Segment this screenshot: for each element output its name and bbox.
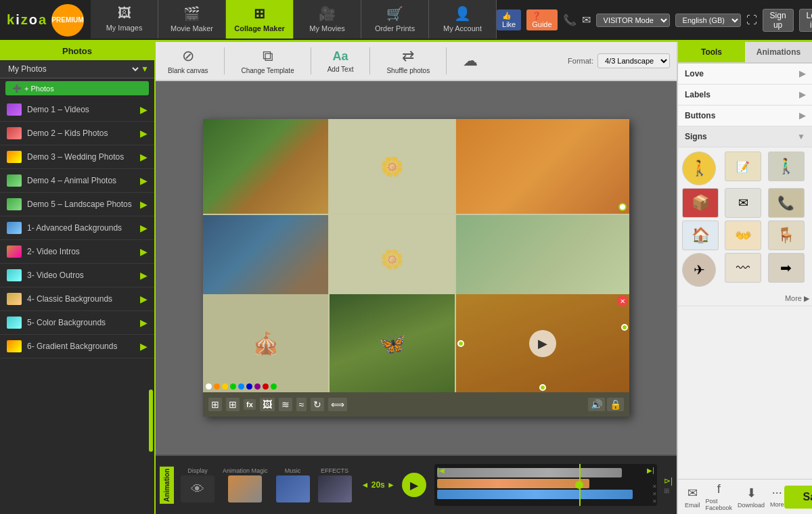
- sign-box[interactable]: 📦: [682, 188, 719, 218]
- color-dot-blue[interactable]: [238, 383, 244, 390]
- sidebar-item-video-outros[interactable]: 3- Video Outros ▶: [0, 264, 154, 287]
- scroll-up[interactable]: ✕: [652, 484, 657, 490]
- sign-arrow[interactable]: ➡: [768, 253, 805, 283]
- timeline-row-2[interactable]: [437, 479, 589, 488]
- section-signs[interactable]: Signs ▼: [678, 126, 812, 147]
- tab-animations[interactable]: Animations: [745, 42, 812, 62]
- color-dot-green2[interactable]: [271, 383, 277, 390]
- collage-cell-landscape[interactable]: [203, 215, 328, 303]
- timeline-row-1[interactable]: [437, 468, 622, 477]
- facebook-like-btn[interactable]: 👍 Like: [497, 9, 521, 30]
- mosaic-tool-btn[interactable]: ⊞: [208, 398, 222, 411]
- sidebar-item-demo4[interactable]: Demo 4 – Animal Photos ▶: [0, 169, 154, 193]
- filter-btn[interactable]: ≋: [279, 398, 292, 411]
- language-select[interactable]: English (GB): [675, 14, 741, 27]
- more-share-btn[interactable]: ··· More: [770, 486, 784, 508]
- resize-handle-right[interactable]: [621, 324, 628, 331]
- sign-hiker[interactable]: 🚶‍♂️: [768, 151, 805, 181]
- filter2-btn[interactable]: ≈: [296, 398, 307, 411]
- tab-my-account[interactable]: 👤 My Account: [429, 0, 497, 39]
- play-button[interactable]: ▶: [402, 473, 426, 497]
- timeline-skip-end[interactable]: ⊳|: [664, 476, 673, 486]
- guide-btn[interactable]: ❓ Guide: [526, 9, 557, 30]
- video-play-btn[interactable]: ▶: [529, 330, 556, 357]
- color-dot-darkblue[interactable]: [246, 383, 252, 390]
- collage-cell-daisy[interactable]: 🌼: [330, 119, 455, 214]
- blank-canvas-btn[interactable]: ⊘ Blank canvas: [162, 45, 213, 77]
- section-buttons[interactable]: Buttons ▶: [678, 106, 812, 126]
- volume-btn[interactable]: 🔊: [588, 398, 605, 411]
- tab-tools[interactable]: Tools: [678, 42, 745, 62]
- sidebar-item-demo3[interactable]: Demo 3 – Wedding Photos ▶: [0, 145, 154, 169]
- music-thumb[interactable]: [276, 475, 310, 503]
- tab-collage-maker[interactable]: ⊞ Collage Maker: [226, 0, 294, 39]
- color-dot-orange[interactable]: [214, 383, 220, 390]
- tab-my-movies[interactable]: 🎥 My Movies: [294, 0, 361, 39]
- visitor-mode-select[interactable]: VISITOR Mode: [596, 14, 670, 27]
- sidebar-item-classic[interactable]: 4- Classic Backgrounds ▶: [0, 287, 154, 311]
- lock-btn[interactable]: 🔒: [607, 398, 624, 411]
- color-dot-green[interactable]: [230, 383, 236, 390]
- sidebar-scroll-thumb[interactable]: [149, 390, 153, 452]
- tab-order-prints[interactable]: 🛒 Order Prints: [361, 0, 429, 39]
- resize-handle-left[interactable]: [457, 340, 464, 347]
- sidebar-item-demo5[interactable]: Demo 5 – Landscape Photos ▶: [0, 193, 154, 216]
- format-select[interactable]: 4/3 Landscape: [597, 53, 670, 68]
- collage-cell-sheep[interactable]: [456, 215, 629, 303]
- add-photos-btn[interactable]: ➕ + Photos: [5, 81, 149, 95]
- grid-tool-btn[interactable]: ⊞: [226, 398, 240, 411]
- garland-cell[interactable]: 🎪: [203, 294, 328, 392]
- save-button[interactable]: Save: [784, 486, 812, 509]
- sidebar-item-video-intros[interactable]: 2- Video Intros ▶: [0, 240, 154, 264]
- section-love[interactable]: Love ▶: [678, 64, 812, 85]
- effects-thumb[interactable]: [318, 475, 352, 503]
- scroll-down[interactable]: ✕: [652, 491, 657, 497]
- sidebar-item-advanced[interactable]: 1- Advanced Backgrounds ▶: [0, 216, 154, 240]
- my-photos-select[interactable]: My Photos: [5, 64, 141, 74]
- tab-my-images[interactable]: 🖼 My Images: [91, 0, 158, 39]
- sign-house[interactable]: 🏠: [682, 220, 719, 250]
- sign-note[interactable]: 📝: [725, 151, 761, 181]
- butterfly-cell[interactable]: 🦋: [330, 294, 455, 392]
- rotate-btn[interactable]: ↻: [311, 398, 324, 411]
- tab-movie-maker[interactable]: 🎬 Movie Maker: [158, 0, 226, 39]
- sidebar-item-demo2[interactable]: Demo 2 – Kids Photos ▶: [0, 122, 154, 145]
- timeline-expand[interactable]: ⊞: [664, 487, 673, 494]
- scroll-down2[interactable]: ✕: [652, 498, 657, 505]
- collage-cell-top-right[interactable]: [456, 119, 629, 214]
- facebook-share-btn[interactable]: f Post Facebook: [706, 482, 733, 511]
- playhead-marker[interactable]: [575, 481, 583, 489]
- sidebar-item-gradient[interactable]: 6- Gradient Backgrounds ▶: [0, 335, 154, 358]
- sign-stamp[interactable]: ✈: [682, 253, 716, 287]
- sign-chair[interactable]: 🪑: [768, 220, 805, 250]
- video-close-btn[interactable]: ✕: [617, 296, 628, 306]
- signup-button[interactable]: Sign up: [763, 9, 794, 32]
- sign-gmail[interactable]: ✉: [725, 188, 761, 218]
- fx-btn[interactable]: fx: [244, 399, 256, 410]
- image-btn[interactable]: 🖼: [260, 398, 275, 411]
- timeline-row-3[interactable]: [437, 490, 633, 499]
- flip-btn[interactable]: ⟺: [328, 398, 347, 411]
- anim-magic-thumb[interactable]: [228, 475, 262, 503]
- sign-walker[interactable]: 🚶: [682, 151, 716, 185]
- color-dot-red[interactable]: [263, 383, 269, 390]
- login-button[interactable]: Log in: [799, 9, 812, 32]
- collage-cell-squirrel[interactable]: [203, 119, 328, 214]
- color-dot-purple[interactable]: [254, 383, 261, 390]
- sidebar-item-color[interactable]: 5- Color Backgrounds ▶: [0, 311, 154, 335]
- sign-hands[interactable]: 👐: [725, 220, 761, 250]
- add-text-btn[interactable]: Aa Add Text: [322, 47, 359, 76]
- email-share-btn[interactable]: ✉ Email: [685, 486, 700, 509]
- color-dot-white[interactable]: [206, 383, 212, 390]
- collage-cell-daisy2[interactable]: 🌼: [330, 215, 455, 303]
- color-dot-yellow[interactable]: [222, 383, 228, 390]
- upload-btn[interactable]: ☁: [457, 49, 483, 72]
- more-signs-label[interactable]: More ▶: [785, 294, 809, 302]
- resize-handle-bottom[interactable]: [539, 384, 546, 391]
- section-labels[interactable]: Labels ▶: [678, 85, 812, 106]
- fullscreen-icon[interactable]: ⛶: [746, 14, 757, 26]
- video-cell[interactable]: ▶ ✕: [456, 294, 629, 392]
- sidebar-scrollbar[interactable]: [0, 358, 154, 514]
- shuffle-photos-btn[interactable]: ⇄ Shuffle photos: [381, 45, 435, 77]
- sidebar-item-demo1[interactable]: Demo 1 – Videos ▶: [0, 98, 154, 122]
